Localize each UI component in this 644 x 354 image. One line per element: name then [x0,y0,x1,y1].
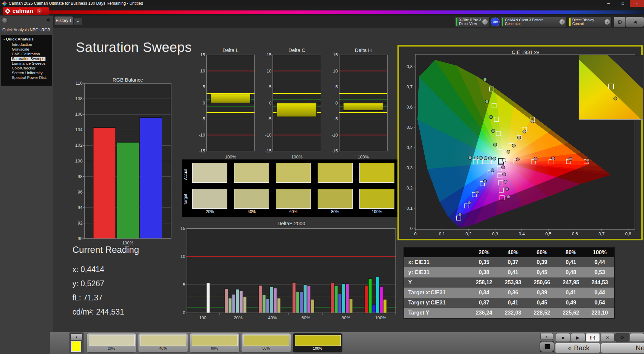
rec709-badge: 709 [491,18,500,26]
tree-item-saturation-sweeps[interactable]: Saturation Sweeps [1,56,52,61]
calman-logo-icon [4,8,11,14]
sidebar-collapse-icon[interactable]: ◀ [46,17,50,22]
back-button[interactable]: « Back [555,343,600,353]
active-pattern-swatch[interactable] [71,341,81,352]
tree-item-screen-uniformity[interactable]: Screen Uniformity [1,70,52,75]
inset-measured-point [614,97,617,100]
chevron-down-icon: ▼ [605,19,610,25]
chevron-down-icon: ▼ [559,19,565,25]
swatch-col-label: 60% [276,209,311,214]
table-col-40%: 40% [498,247,527,257]
next-button[interactable]: Next » [601,343,644,353]
expand-transport-panel-button[interactable]: ▲ [540,333,553,340]
meter-dropdown[interactable]: X-Rite i1Pro 3 Direct View ▼ [455,17,489,27]
actual-swatch-40% [234,163,269,183]
chevron-down-icon: ▼ [482,19,488,25]
settings-button[interactable]: ⚙ [614,17,626,27]
pattern-button-60%[interactable]: 60% [190,333,239,353]
stop-measure-button[interactable] [540,341,554,352]
display-control-dropdown[interactable]: Direct Display Control ▼ [568,17,612,27]
cie-zoom-inset [579,55,643,120]
close-button[interactable]: × [630,0,644,7]
table-row: Target Y236,24232,03228,52225,62223,10 [404,308,614,318]
maximize-button[interactable]: □ [616,0,630,7]
page-title: Saturation Sweeps [76,40,192,55]
tree-item-spectral-power[interactable]: Spectral Power Dist. [1,75,52,80]
svg-text:0,6: 0,6 [572,231,578,236]
colorspace-badge-wrap[interactable]: 709 [490,17,500,27]
double-chevron-left-icon: « [568,344,572,352]
table-row: Target x:CIE310,340,360,390,410,44 [404,288,614,298]
swatch-col-label: 40% [234,209,269,214]
pattern-button-label: 100% [293,346,342,350]
collapse-panel-button[interactable]: ◀ [626,17,644,27]
pattern-color-preview [244,335,289,346]
svg-text:0: 0 [414,231,416,236]
back-label: Back [574,344,590,352]
pattern-button-label: 80% [242,346,291,350]
continuous-read-button[interactable]: ∞ [600,333,615,342]
svg-text:0,2: 0,2 [465,231,472,236]
single-read-button[interactable]: [··] [585,333,600,342]
table-col-80%: 80% [556,247,585,257]
svg-text:0,4: 0,4 [407,145,413,150]
pattern-button-80%[interactable]: 80% [241,333,291,353]
pattern-button-label: 60% [190,346,239,350]
read-icon: [··] [590,335,595,340]
workflow-title: Quick Analysis NBC sRGB [2,28,50,32]
tab-history-1[interactable]: History 1 [55,17,73,25]
tree-item-luminance-sweeps[interactable]: Luminance Sweeps [1,61,52,66]
table-row: y: CIE310,380,410,450,480,53 [404,267,614,277]
tree-item-grayscale[interactable]: Grayscale [1,47,52,52]
target-row-label: Target [183,189,189,209]
svg-text:0,5: 0,5 [545,231,551,236]
tree-root-quick-analysis[interactable]: ▾Quick Analysis [1,37,52,42]
tree-item-cms-calibration[interactable]: CMS Calibration [1,52,52,56]
pattern-button-40%[interactable]: 40% [138,333,188,353]
calman-app-window: Calman 2025 Calman Ultimate for Business… [0,0,644,354]
stop-icon [545,344,550,349]
sync-button[interactable]: ⟳ [615,333,630,342]
sidebar: ◀ Quick Analysis NBC sRGB ▾Quick Analysi… [0,16,53,354]
svg-text:0,7: 0,7 [407,84,413,89]
transport-play-button[interactable]: ▶ [571,333,585,342]
pattern-button-label: 40% [138,346,188,350]
tree-item-introduction[interactable]: Introduction [1,42,52,47]
target-swatch-100% [359,189,394,209]
chevron-down-icon[interactable]: ▼ [37,8,42,14]
tree-item-colorchecker[interactable]: ColorChecker [1,66,52,70]
pattern-generator-dropdown[interactable]: CalMAN Client 3 Pattern Generator ▼ [501,17,567,27]
generator-name: CalMAN Client 3 Pattern Generator [505,18,559,26]
pattern-preview-panel: ▲ [69,332,84,353]
table-header-row: 20%40%60%80%100% [404,247,614,257]
actual-target-swatch-grid: Actual Target 20%40%60%80%100% [182,159,399,217]
pattern-button-label: 20% [87,346,136,350]
sidebar-options-button[interactable] [2,18,8,23]
expand-pattern-panel-button[interactable]: ▲ [70,333,83,340]
app-diamond-icon [2,1,7,6]
titlebar: Calman 2025 Calman Ultimate for Business… [0,0,644,7]
chevron-left-icon: ◀ [633,20,636,24]
pattern-button-100%[interactable]: 100% [293,333,343,353]
minimize-button[interactable]: ─ [602,0,616,7]
svg-text:0,3: 0,3 [492,231,498,236]
meter-status-bar [456,18,457,26]
pattern-color-preview [295,335,341,346]
stop-icon: ■ [562,335,565,340]
target-swatch-40% [234,189,269,209]
calman-menu-button[interactable]: calman ▼ [3,7,49,15]
actual-swatch-100% [359,163,394,183]
pattern-button-20%[interactable]: 20% [87,333,136,353]
tree-expander-icon: ▾ [3,38,5,41]
extra-transport-button[interactable] [630,333,644,342]
transport-stop-button[interactable]: ■ [556,333,570,342]
svg-text:0,7: 0,7 [599,231,605,236]
play-icon: ▶ [576,335,580,340]
cie-1931-chart[interactable]: CIE 1931 xy00,10,20,30,40,50,60,70,800,1… [397,45,643,240]
meter-mode: Direct View [459,22,482,26]
table-col-60%: 60% [527,247,556,257]
add-tab-button[interactable]: + [74,18,82,25]
actual-swatch-60% [276,163,311,183]
table-row: Target y:CIE310,370,410,450,490,54 [404,298,614,308]
table-col-20%: 20% [470,247,498,257]
